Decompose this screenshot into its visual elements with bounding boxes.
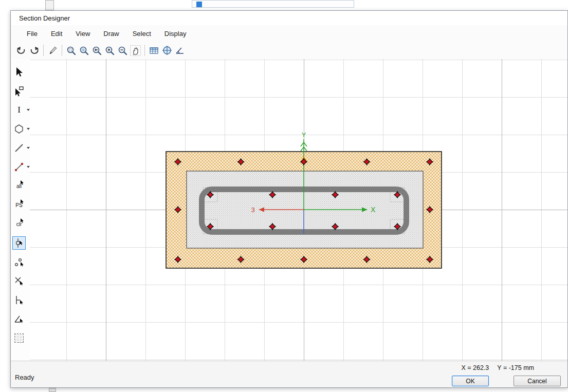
title-bar: Section Designer	[11, 11, 567, 25]
zoom-rubber-band-icon[interactable]	[65, 44, 78, 57]
zoom-restore-full-view-icon[interactable]	[78, 44, 90, 57]
select-pointer-tool[interactable]	[12, 65, 26, 79]
pan-hand-icon[interactable]	[129, 44, 142, 57]
cursor-icon	[20, 218, 25, 223]
select-all-tool[interactable]: all	[12, 179, 26, 193]
axis-y-label: Y	[302, 131, 306, 139]
draw-rebar-tool[interactable]	[12, 160, 26, 174]
menu-select[interactable]: Select	[126, 27, 158, 41]
zoom-in-icon[interactable]	[103, 44, 116, 57]
zoom-out-icon[interactable]	[116, 44, 129, 57]
cancel-button[interactable]: Cancel	[514, 376, 561, 386]
clear-selection-tool[interactable]: clr	[12, 217, 26, 231]
draw-i-section-tool[interactable]: I	[12, 103, 26, 117]
pencil-icon[interactable]	[46, 44, 59, 57]
axis-x-label: X	[371, 206, 376, 214]
snap-to-intersections-tool[interactable]	[12, 274, 26, 288]
measure-angle-icon[interactable]	[173, 44, 186, 57]
menu-draw[interactable]: Draw	[97, 27, 125, 41]
drawing-canvas[interactable]: Y X 3	[30, 59, 567, 361]
fine-grid-tool[interactable]	[12, 331, 26, 345]
grid-table-icon[interactable]	[148, 44, 160, 57]
dot-pattern	[14, 333, 24, 343]
status-text: Ready	[15, 374, 34, 381]
window-title: Section Designer	[19, 14, 70, 22]
draw-line-tool[interactable]	[12, 141, 26, 155]
background-window-fragment	[192, 0, 354, 8]
ok-button[interactable]: OK	[452, 376, 489, 386]
menu-file[interactable]: File	[20, 27, 44, 41]
redo-icon[interactable]	[28, 44, 41, 57]
menu-view[interactable]: View	[69, 27, 97, 41]
i-section-glyph: I	[17, 105, 21, 115]
background-app-icon	[196, 2, 202, 7]
top-toolbar	[11, 42, 567, 59]
snap-to-lines-edges-tool[interactable]	[12, 312, 26, 326]
coordinate-y: Y = -175 mm	[497, 364, 534, 371]
snap-to-points-tool[interactable]	[12, 236, 26, 250]
zoom-previous-icon[interactable]	[90, 44, 103, 57]
draw-polygon-tool[interactable]	[12, 122, 26, 136]
cursor-icon	[20, 199, 25, 204]
status-bar: Ready X = 262.3 Y = -175 mm OK Cancel	[11, 361, 567, 387]
toolbar-separator	[43, 45, 44, 56]
axes-origin-icon[interactable]	[160, 44, 173, 57]
left-toolbar: I all PS clr	[11, 59, 30, 361]
toolbar-separator	[144, 45, 145, 56]
select-ps-tool[interactable]: PS	[12, 198, 26, 212]
background-scrollbar-fragment	[45, 0, 54, 10]
menu-edit[interactable]: Edit	[44, 27, 69, 41]
menu-bar: File Edit View Draw Select Display	[11, 25, 567, 42]
cursor-icon	[20, 180, 25, 185]
section-designer-window: Section Designer File Edit View Draw Sel…	[10, 10, 568, 388]
section-drawing: Y X 3	[30, 59, 567, 361]
toolbar-separator	[62, 45, 62, 56]
axis-3-label: 3	[251, 206, 254, 214]
coordinate-x: X = 262.3	[461, 364, 489, 371]
background-bottom-fragment	[49, 388, 56, 392]
snap-to-perpendicular-tool[interactable]	[12, 293, 26, 307]
undo-icon[interactable]	[15, 44, 28, 57]
reshape-tool[interactable]	[12, 84, 26, 98]
snap-to-ends-midpoints-tool[interactable]	[12, 255, 26, 269]
menu-display[interactable]: Display	[158, 27, 193, 41]
coordinate-display: X = 262.3 Y = -175 mm	[461, 364, 534, 371]
